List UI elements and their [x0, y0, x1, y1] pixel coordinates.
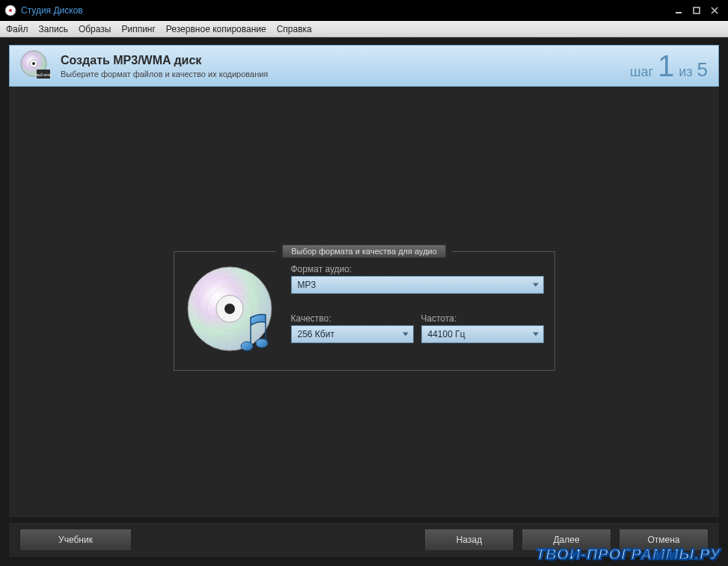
tutorial-button[interactable]: Учебник [19, 529, 132, 551]
step-of: из [679, 64, 692, 80]
quality-select[interactable]: 256 Кбит [291, 325, 414, 343]
cancel-button[interactable]: Отмена [619, 529, 709, 551]
menu-images[interactable]: Образы [79, 24, 111, 34]
titlebar: Студия Дисков [0, 0, 728, 21]
app-title: Студия Дисков [21, 5, 83, 16]
frequency-label: Частота: [421, 313, 544, 324]
audio-format-group: Выбор формата и качества для аудио [174, 251, 555, 371]
step-indicator: шаг 1 из 5 [630, 51, 708, 81]
chevron-down-icon [533, 333, 539, 336]
svg-rect-2 [676, 12, 682, 13]
quality-value: 256 Кбит [298, 329, 334, 339]
frequency-select[interactable]: 44100 Гц [421, 325, 544, 343]
svg-point-1 [9, 9, 12, 12]
svg-point-14 [241, 342, 253, 351]
format-select[interactable]: MP3 [291, 276, 544, 294]
step-banner: mp3 wma Создать MP3/WMA диск Выберите фо… [9, 45, 719, 87]
next-button[interactable]: Далее [521, 529, 611, 551]
step-total: 5 [697, 58, 708, 81]
bottom-button-bar: Учебник Назад Далее Отмена [9, 523, 719, 557]
svg-point-15 [256, 339, 268, 348]
cancel-button-label: Отмена [647, 535, 679, 545]
disc-music-icon [185, 264, 281, 360]
menu-file[interactable]: Файл [6, 24, 28, 34]
next-button-label: Далее [553, 535, 579, 545]
content-area: Выбор формата и качества для аудио [9, 87, 719, 517]
banner-subtitle: Выберите формат файлов и качество их код… [61, 70, 268, 79]
step-word: шаг [630, 64, 653, 80]
close-button[interactable] [706, 3, 724, 18]
svg-rect-3 [694, 7, 700, 13]
app-icon [4, 4, 16, 16]
chevron-down-icon [403, 333, 409, 336]
chevron-down-icon [533, 283, 539, 287]
disc-mp3-icon: mp3 wma [20, 50, 52, 81]
svg-point-6 [32, 62, 35, 65]
maximize-button[interactable] [688, 3, 706, 18]
tutorial-button-label: Учебник [58, 535, 93, 545]
quality-label: Качество: [291, 313, 414, 324]
svg-text:mp3 wma: mp3 wma [35, 73, 52, 77]
banner-title: Создать MP3/WMA диск [61, 54, 268, 67]
menu-record[interactable]: Запись [39, 24, 68, 34]
format-label: Формат аудио: [291, 264, 544, 274]
svg-point-13 [224, 304, 235, 314]
menu-backup[interactable]: Резервное копирование [166, 24, 266, 34]
groupbox-title: Выбор формата и качества для аудио [281, 244, 447, 258]
menu-help[interactable]: Справка [277, 24, 312, 34]
step-number: 1 [658, 51, 674, 81]
back-button-label: Назад [456, 535, 482, 545]
back-button[interactable]: Назад [424, 529, 514, 551]
menu-ripping[interactable]: Риппинг [121, 24, 155, 34]
frequency-value: 44100 Гц [428, 329, 465, 339]
format-value: MP3 [298, 280, 316, 290]
minimize-button[interactable] [670, 3, 688, 18]
menubar: Файл Запись Образы Риппинг Резервное коп… [0, 21, 728, 37]
